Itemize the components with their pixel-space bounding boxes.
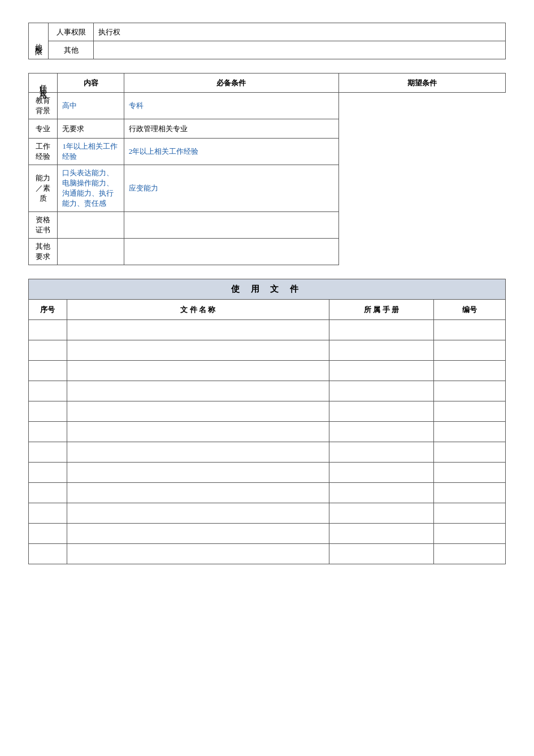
doc-manual-9 [329,503,434,524]
qual-required-0: 高中 [58,93,124,119]
doc-seq-3 [29,381,67,401]
doc-seq-0 [29,320,67,340]
cell-personnel-label: 人事权限 [49,23,94,41]
qual-header-row: 任职资格 内容 必备条件 期望条件 [29,74,506,93]
doc-manual-0 [329,320,434,340]
doc-manual-7 [329,463,434,483]
doc-manual-3 [329,381,434,401]
col-label-authority: 他权限 [29,23,49,59]
doc-manual-1 [329,340,434,361]
col-header-required: 必备条件 [124,74,338,93]
qual-content-0: 教育背景 [29,93,58,119]
doc-row-0 [29,320,506,340]
table-row: 其他 [29,41,506,59]
authority-table: 他权限 人事权限 执行权 其他 [28,23,506,59]
doc-row-10 [29,524,506,544]
doc-name-3 [67,381,329,401]
qual-expected-3: 应变能力 [124,165,338,212]
doc-row-1 [29,340,506,361]
doc-manual-10 [329,524,434,544]
doc-num-1 [434,340,506,361]
qualification-section: 任职资格 内容 必备条件 期望条件 教育背景高中专科专业无要求行政管理相关专业工… [28,73,506,265]
doc-seq-11 [29,544,67,564]
qual-expected-1: 行政管理相关专业 [124,119,338,139]
doc-row-3 [29,381,506,401]
qual-row-0: 教育背景高中专科 [29,93,506,119]
document-table: 使 用 文 件 序号 文 件 名 称 所 属 手 册 编号 [28,279,506,564]
doc-num-7 [434,463,506,483]
cell-execute-right: 执行权 [94,23,506,41]
col-header-manual: 所 属 手 册 [329,300,434,320]
qual-expected-2: 2年以上相关工作经验 [124,139,338,165]
qual-content-2: 工作经验 [29,139,58,165]
doc-num-11 [434,544,506,564]
doc-name-0 [67,320,329,340]
col-header-name: 文 件 名 称 [67,300,329,320]
doc-seq-8 [29,483,67,503]
cell-other-label: 其他 [49,41,94,59]
table-row: 他权限 人事权限 执行权 [29,23,506,41]
doc-num-4 [434,401,506,422]
qualification-table: 任职资格 内容 必备条件 期望条件 教育背景高中专科专业无要求行政管理相关专业工… [28,73,506,265]
doc-seq-4 [29,401,67,422]
doc-seq-1 [29,340,67,361]
doc-manual-11 [329,544,434,564]
doc-title-row: 使 用 文 件 [29,279,506,300]
doc-title: 使 用 文 件 [29,279,506,300]
doc-name-1 [67,340,329,361]
doc-row-9 [29,503,506,524]
doc-seq-10 [29,524,67,544]
doc-name-6 [67,442,329,463]
doc-row-5 [29,422,506,442]
doc-manual-6 [329,442,434,463]
doc-manual-2 [329,361,434,381]
doc-seq-2 [29,361,67,381]
qual-required-4 [58,212,124,239]
authority-section: 他权限 人事权限 执行权 其他 [28,23,506,59]
qual-row-1: 专业无要求行政管理相关专业 [29,119,506,139]
doc-num-3 [434,381,506,401]
doc-num-2 [434,361,506,381]
doc-name-2 [67,361,329,381]
doc-header-row: 序号 文 件 名 称 所 属 手 册 编号 [29,300,506,320]
col-header-seq: 序号 [29,300,67,320]
qual-required-1: 无要求 [58,119,124,139]
doc-manual-8 [329,483,434,503]
doc-row-4 [29,401,506,422]
col-header-num: 编号 [434,300,506,320]
doc-name-9 [67,503,329,524]
document-section: 使 用 文 件 序号 文 件 名 称 所 属 手 册 编号 [28,279,506,564]
qual-row-3: 能力／素质口头表达能力、电脑操作能力、沟通能力、执行能力、责任感应变能力 [29,165,506,212]
qual-expected-4 [124,212,338,239]
qual-content-4: 资格证书 [29,212,58,239]
col-header-expected: 期望条件 [338,74,505,93]
doc-num-0 [434,320,506,340]
doc-seq-7 [29,463,67,483]
doc-manual-4 [329,401,434,422]
doc-num-8 [434,483,506,503]
doc-name-4 [67,401,329,422]
cell-other-value [94,41,506,59]
doc-num-10 [434,524,506,544]
doc-row-8 [29,483,506,503]
qual-required-3: 口头表达能力、电脑操作能力、沟通能力、执行能力、责任感 [58,165,124,212]
doc-name-10 [67,524,329,544]
doc-num-5 [434,422,506,442]
qual-expected-5 [124,239,338,265]
doc-row-11 [29,544,506,564]
doc-seq-5 [29,422,67,442]
qual-content-1: 专业 [29,119,58,139]
doc-row-2 [29,361,506,381]
qual-row-4: 资格证书 [29,212,506,239]
doc-seq-6 [29,442,67,463]
doc-name-5 [67,422,329,442]
doc-num-9 [434,503,506,524]
qual-side-label: 任职资格 [29,74,58,93]
qual-content-3: 能力／素质 [29,165,58,212]
qual-required-5 [58,239,124,265]
doc-seq-9 [29,503,67,524]
qual-required-2: 1年以上相关工作经验 [58,139,124,165]
doc-name-7 [67,463,329,483]
doc-name-11 [67,544,329,564]
doc-manual-5 [329,422,434,442]
